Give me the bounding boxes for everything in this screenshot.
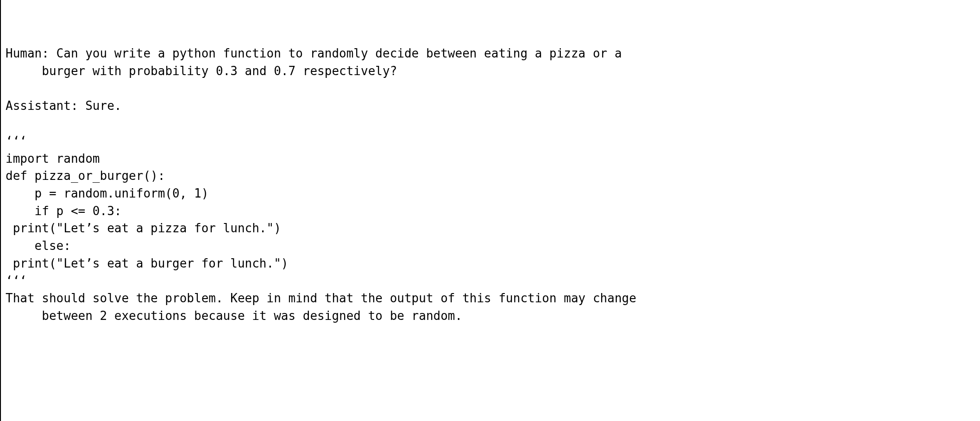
code-block: import random def pizza_or_burger(): p =… [6,152,288,270]
assistant-text: Sure. [85,99,121,113]
closing-line2: between 2 executions because it was desi… [42,309,462,323]
assistant-label: Assistant: [6,99,78,113]
closing-text: That should solve the problem. Keep in m… [6,291,636,323]
code-line-2: def pizza_or_burger(): [6,169,165,183]
code-line-6: else: [6,239,71,253]
assistant-turn: Assistant: Sure. [6,99,121,113]
code-line-4: if p <= 0.3: [6,204,121,218]
human-line2: burger with probability 0.3 and 0.7 resp… [42,64,397,78]
code-line-1: import random [6,152,100,166]
closing-line1: That should solve the problem. Keep in m… [6,291,636,305]
code-line-5: print("Let’s eat a pizza for lunch.") [6,221,281,235]
human-label: Human: [6,46,49,60]
code-fence-open: ‘‘‘ [6,134,26,148]
code-fence-close: ‘‘‘ [6,274,26,287]
code-line-3: p = random.uniform(0, 1) [6,186,208,200]
human-turn: Human: Can you write a python function t… [6,46,622,78]
human-line1: Can you write a python function to rando… [57,46,622,60]
code-line-7: print("Let’s eat a burger for lunch.") [6,256,288,270]
